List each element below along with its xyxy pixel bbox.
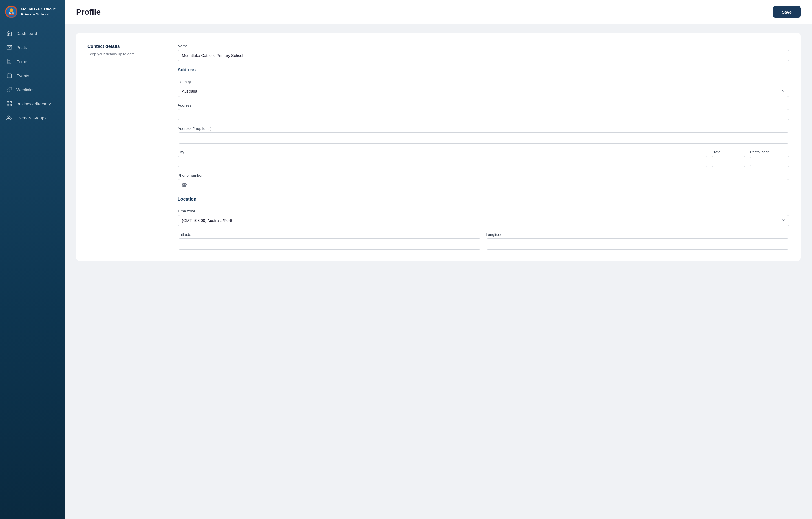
svg-rect-14	[10, 102, 11, 103]
svg-point-1	[9, 8, 13, 12]
page-header: Profile Save	[65, 0, 812, 24]
phone-icon: ☎	[181, 182, 187, 188]
sidebar-item-events[interactable]: Events	[0, 69, 65, 82]
logo-icon	[5, 6, 18, 18]
contact-details-title: Contact details	[87, 44, 161, 49]
sidebar-item-label: Business directory	[16, 101, 51, 106]
timezone-select[interactable]: (GMT +08:00) Australia/Perth (GMT +10:00…	[178, 215, 789, 226]
sidebar-item-label: Posts	[16, 45, 27, 50]
city-input[interactable]	[178, 156, 707, 167]
page-content: Contact details Keep your details up to …	[65, 24, 812, 519]
sidebar-item-label: Events	[16, 73, 29, 78]
svg-rect-16	[10, 104, 11, 106]
state-label: State	[712, 150, 746, 154]
latitude-input[interactable]	[178, 238, 481, 250]
logo-text: Mountlake Catholic Primary School	[21, 7, 56, 17]
latitude-label: Latitude	[178, 233, 481, 237]
sidebar: Mountlake Catholic Primary School Dashbo…	[0, 0, 65, 519]
calendar-icon	[6, 72, 12, 79]
mail-icon	[6, 44, 12, 51]
longitude-label: Longitude	[486, 233, 789, 237]
link-icon	[6, 87, 12, 93]
country-select[interactable]: Australia New Zealand United States Unit…	[178, 86, 789, 97]
save-button[interactable]: Save	[773, 6, 801, 18]
phone-input[interactable]	[178, 179, 789, 190]
timezone-group: Time zone (GMT +08:00) Australia/Perth (…	[178, 209, 789, 226]
postal-label: Postal code	[750, 150, 789, 154]
city-state-postal-row: City State Postal code	[178, 150, 789, 167]
sidebar-logo: Mountlake Catholic Primary School	[0, 0, 65, 24]
sidebar-item-business-directory[interactable]: Business directory	[0, 97, 65, 111]
svg-rect-5	[8, 59, 11, 64]
contact-form: Name Address Country Australia New Zeala…	[178, 44, 789, 250]
home-icon	[6, 30, 12, 36]
name-input[interactable]	[178, 50, 789, 61]
svg-rect-13	[7, 102, 9, 103]
country-label: Country	[178, 80, 789, 84]
sidebar-navigation: Dashboard Posts Forms Events	[0, 24, 65, 127]
svg-rect-15	[7, 104, 9, 106]
sidebar-item-label: Users & Groups	[16, 116, 47, 120]
svg-rect-9	[7, 73, 11, 78]
sidebar-item-label: Dashboard	[16, 31, 37, 36]
address2-label: Address 2 (optional)	[178, 126, 789, 131]
address2-group: Address 2 (optional)	[178, 126, 789, 144]
phone-group: Phone number ☎	[178, 173, 789, 190]
sidebar-item-forms[interactable]: Forms	[0, 55, 65, 68]
address-label: Address	[178, 103, 789, 108]
state-input[interactable]	[712, 156, 746, 167]
users-icon	[6, 115, 12, 121]
lat-lng-row: Latitude Longitude	[178, 233, 789, 250]
address2-input[interactable]	[178, 132, 789, 144]
svg-point-17	[8, 116, 9, 118]
name-group: Name	[178, 44, 789, 61]
profile-card: Contact details Keep your details up to …	[76, 33, 801, 261]
country-select-wrapper: Australia New Zealand United States Unit…	[178, 86, 789, 97]
main-content: Profile Save Contact details Keep your d…	[65, 0, 812, 519]
sidebar-item-label: Weblinks	[16, 87, 33, 92]
postal-input[interactable]	[750, 156, 789, 167]
sidebar-item-posts[interactable]: Posts	[0, 40, 65, 54]
phone-input-wrapper: ☎	[178, 179, 789, 190]
longitude-group: Longitude	[486, 233, 789, 250]
sidebar-item-weblinks[interactable]: Weblinks	[0, 83, 65, 96]
sidebar-item-users-groups[interactable]: Users & Groups	[0, 111, 65, 125]
postal-group: Postal code	[750, 150, 789, 167]
longitude-input[interactable]	[486, 238, 789, 250]
phone-label: Phone number	[178, 173, 789, 178]
country-group: Country Australia New Zealand United Sta…	[178, 80, 789, 97]
grid-icon	[6, 100, 12, 107]
contact-details-description: Contact details Keep your details up to …	[87, 44, 161, 250]
page-title: Profile	[76, 8, 100, 17]
latitude-group: Latitude	[178, 233, 481, 250]
contact-details-desc: Keep your details up to date	[87, 51, 161, 57]
svg-point-2	[9, 12, 11, 14]
timezone-select-wrapper: (GMT +08:00) Australia/Perth (GMT +10:00…	[178, 215, 789, 226]
city-label: City	[178, 150, 707, 154]
sidebar-item-label: Forms	[16, 59, 28, 64]
address-input[interactable]	[178, 109, 789, 120]
clipboard-icon	[6, 58, 12, 64]
sidebar-item-dashboard[interactable]: Dashboard	[0, 27, 65, 40]
svg-point-3	[12, 12, 14, 14]
timezone-label: Time zone	[178, 209, 789, 213]
location-section-heading: Location	[178, 197, 789, 202]
city-group: City	[178, 150, 707, 167]
name-label: Name	[178, 44, 789, 48]
address-section-heading: Address	[178, 67, 789, 72]
address-group: Address	[178, 103, 789, 120]
state-group: State	[712, 150, 746, 167]
